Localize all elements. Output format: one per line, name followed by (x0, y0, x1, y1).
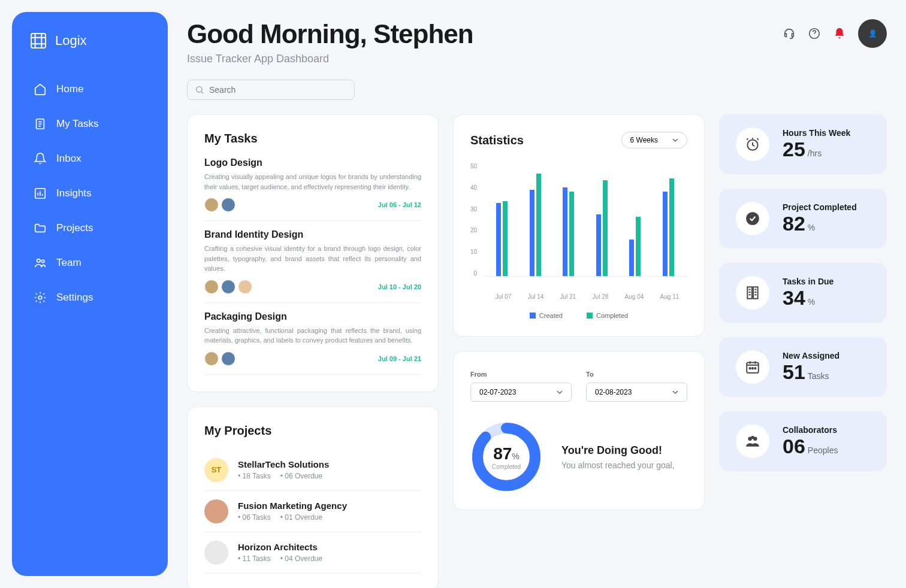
nav-settings[interactable]: Settings (22, 283, 158, 313)
legend-completed: Completed (587, 312, 628, 319)
bar-created[interactable] (629, 240, 634, 276)
goal-title: You're Doing Good! (561, 444, 675, 457)
support-icon[interactable] (783, 27, 796, 40)
project-item[interactable]: Horizon Architects11 Tasks04 Overdue (204, 532, 421, 574)
task-item[interactable]: Brand Identity DesignCrafting a cohesive… (204, 221, 421, 303)
bar-created[interactable] (596, 214, 601, 276)
project-avatar (204, 541, 228, 565)
bar-created[interactable] (663, 192, 668, 276)
svg-point-5 (38, 296, 42, 299)
search-icon (195, 85, 204, 95)
bar-completed[interactable] (569, 192, 574, 276)
stat-label: New Assigned (783, 351, 839, 360)
task-title: Logo Design (204, 157, 421, 168)
chevron-down-icon (672, 390, 678, 394)
project-name: Horizon Architects (238, 542, 322, 552)
user-avatar[interactable]: 👤 (858, 19, 887, 48)
bar-completed[interactable] (603, 180, 608, 276)
task-desc: Crafting a cohesive visual identity for … (204, 244, 421, 274)
svg-point-3 (37, 259, 41, 263)
stats-range-dropdown[interactable]: 6 Weeks (621, 132, 687, 148)
project-item[interactable]: STStellarTech Solutions18 Tasks06 Overdu… (204, 450, 421, 491)
assignee-avatar[interactable] (204, 198, 219, 212)
assignee-avatar[interactable] (221, 280, 235, 294)
stat-card[interactable]: New Assigned51Tasks (719, 337, 887, 397)
content: My Tasks Logo DesignCreating visually ap… (187, 114, 887, 588)
stat-icon (736, 350, 769, 384)
statistics-title: Statistics (470, 134, 524, 147)
stat-card[interactable]: Project Completed82% (719, 189, 887, 248)
stat-icon (736, 276, 769, 310)
stat-icon (736, 128, 769, 161)
nav-home[interactable]: Home (22, 74, 158, 104)
goal-card: From 02-07-2023 To 02-08-2023 87% Comple… (453, 351, 705, 510)
to-label: To (586, 371, 594, 378)
task-item[interactable]: Packaging DesignCreating attractive, fun… (204, 303, 421, 375)
task-title: Brand Identity Design (204, 229, 421, 240)
goal-subtitle: You almost reached your goal, (561, 460, 675, 470)
team-icon (34, 256, 47, 269)
nav-inbox[interactable]: Inbox (22, 144, 158, 174)
bar-created[interactable] (496, 203, 501, 276)
bar-created[interactable] (530, 190, 534, 276)
assignee-avatar[interactable] (238, 280, 252, 294)
main: Good Morning, Stephen Issue Tracker App … (180, 0, 906, 588)
project-overdue: 01 Overdue (280, 513, 322, 522)
nav-team[interactable]: Team (22, 248, 158, 278)
home-icon (34, 83, 47, 96)
to-date-select[interactable]: 02-08-2023 (586, 383, 687, 402)
stat-card[interactable]: Hours This Week25/hrs (719, 114, 887, 174)
stat-value: 51Tasks (783, 360, 839, 384)
header: Good Morning, Stephen Issue Tracker App … (187, 19, 887, 65)
project-name: StellarTech Solutions (238, 459, 329, 469)
stat-icon (736, 425, 769, 458)
gear-icon (34, 291, 47, 304)
svg-point-11 (746, 212, 759, 225)
assignee-avatar[interactable] (221, 351, 235, 366)
svg-point-15 (750, 368, 751, 369)
task-desc: Creating attractive, functional packagin… (204, 326, 421, 345)
chevron-down-icon (672, 138, 678, 142)
logo[interactable]: Logix (12, 31, 168, 74)
task-date: Jul 06 - Jul 12 (378, 201, 421, 208)
my-projects-card: My Projects STStellarTech Solutions18 Ta… (187, 407, 439, 589)
my-tasks-title: My Tasks (204, 132, 421, 146)
assignee-avatar[interactable] (204, 351, 219, 366)
bar-completed[interactable] (536, 174, 541, 276)
bar-created[interactable] (563, 187, 567, 276)
bar-group (629, 217, 641, 276)
stat-card[interactable]: Tasks in Due34% (719, 263, 887, 323)
project-overdue: 04 Overdue (280, 554, 322, 563)
bell-icon (34, 152, 47, 165)
nav: Home My Tasks Inbox Insights Projects Te… (12, 74, 168, 313)
help-icon[interactable] (808, 27, 821, 40)
assignee-avatar[interactable] (221, 198, 235, 212)
svg-rect-0 (31, 34, 46, 48)
stat-label: Tasks in Due (783, 277, 833, 286)
assignee-avatar[interactable] (204, 280, 219, 294)
project-avatar (204, 499, 228, 523)
nav-projects[interactable]: Projects (22, 213, 158, 243)
nav-insights[interactable]: Insights (22, 178, 158, 208)
svg-point-20 (751, 436, 754, 439)
bar-completed[interactable] (636, 217, 641, 276)
project-item[interactable]: Fusion Marketing Agency06 Tasks01 Overdu… (204, 491, 421, 532)
stat-card[interactable]: Collaborators06Peoples (719, 411, 887, 471)
project-name: Fusion Marketing Agency (238, 501, 347, 511)
nav-my-tasks[interactable]: My Tasks (22, 109, 158, 139)
task-item[interactable]: Logo DesignCreating visually appealing a… (204, 157, 421, 221)
stat-icon (736, 202, 769, 235)
bar-group (530, 174, 541, 276)
notification-icon[interactable] (833, 27, 846, 40)
bar-completed[interactable] (503, 201, 508, 276)
bar-group (496, 201, 508, 276)
stat-label: Hours This Week (783, 128, 850, 138)
from-date-select[interactable]: 02-07-2023 (470, 383, 572, 402)
bar-completed[interactable] (669, 178, 674, 276)
project-tasks: 11 Tasks (238, 554, 271, 563)
search-input[interactable] (187, 80, 355, 100)
legend-created: Created (530, 312, 563, 319)
svg-rect-13 (753, 287, 758, 299)
task-date: Jul 10 - Jul 20 (378, 283, 421, 290)
project-tasks: 18 Tasks (238, 472, 271, 480)
